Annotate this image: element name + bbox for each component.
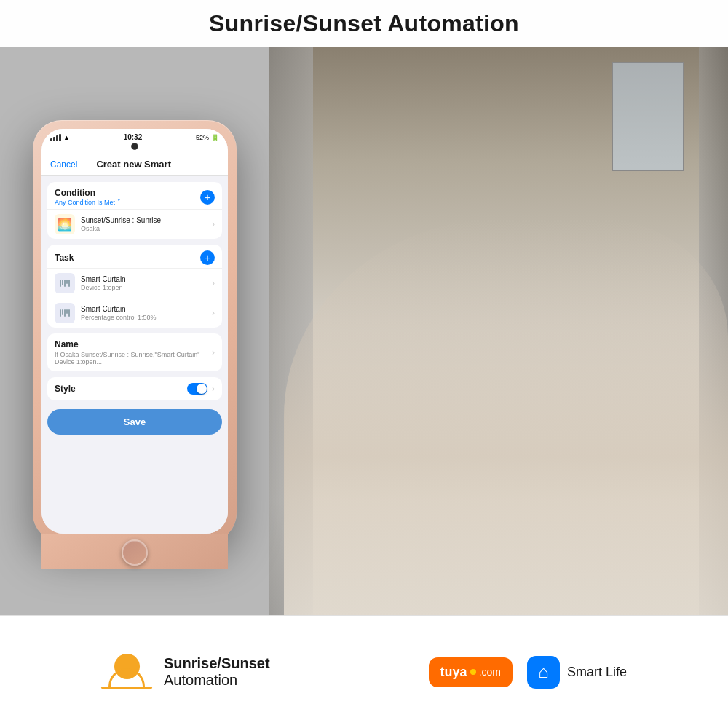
camera-area (41, 143, 228, 153)
page-title: Sunrise/Sunset Automation (15, 10, 713, 37)
right-panel (269, 47, 728, 615)
page-wrapper: Sunrise/Sunset Automation (0, 0, 728, 728)
condition-header: Condition Any Condition Is Met ˅ + (47, 182, 222, 209)
front-camera-icon (131, 143, 138, 150)
task-card: Task + (47, 245, 222, 328)
chevron-right-icon: › (212, 384, 215, 394)
bottom-left: Sunrise/Sunset Automation (101, 646, 270, 697)
brand-sub-text: Automation (164, 672, 270, 689)
condition-card: Condition Any Condition Is Met ˅ + 🌅 Sun… (47, 182, 222, 239)
add-condition-button[interactable]: + (200, 190, 215, 205)
task-2-main: Smart Curtain (81, 305, 206, 313)
chevron-right-icon: › (212, 308, 215, 318)
app-nav-bar: Cancel Creat new Smart (41, 153, 228, 176)
name-label: Name (55, 339, 200, 349)
sun-logo-icon (101, 646, 152, 697)
bottom-bar: Sunrise/Sunset Automation tuya .com ⌂ Sm… (0, 615, 728, 728)
task-item-2[interactable]: Smart Curtain Percentage control 1:50% › (47, 298, 222, 328)
main-content: ▲ 10:32 52% 🔋 Cancel (0, 47, 728, 615)
battery-icon: 🔋 (211, 134, 219, 141)
status-right: 52% 🔋 (196, 134, 219, 141)
curtain-icon-1 (55, 273, 75, 293)
style-section[interactable]: Style › (47, 377, 222, 400)
status-left: ▲ (50, 134, 70, 141)
status-bar: ▲ 10:32 52% 🔋 (41, 129, 228, 143)
wifi-icon: ▲ (63, 134, 70, 141)
signal-icon (50, 134, 61, 141)
tuya-logo: tuya .com (429, 657, 513, 687)
phone-home-area (41, 534, 228, 569)
curtain-icon-2 (55, 303, 75, 323)
phone-mockup: ▲ 10:32 52% 🔋 Cancel (33, 120, 237, 542)
app-content: Condition Any Condition Is Met ˅ + 🌅 Sun… (41, 176, 228, 534)
add-task-button[interactable]: + (200, 250, 215, 265)
phone-time: 10:32 (124, 133, 143, 141)
tuya-dot-icon (470, 669, 476, 675)
style-label: Style (55, 384, 76, 394)
phone-screen: ▲ 10:32 52% 🔋 Cancel (41, 129, 228, 534)
task-1-sub: Device 1:open (81, 284, 206, 291)
chevron-right-icon: › (212, 219, 215, 229)
task-2-sub: Percentage control 1:50% (81, 314, 206, 321)
style-toggle[interactable] (187, 383, 207, 395)
home-button[interactable] (122, 539, 148, 566)
condition-sub: Osaka (81, 225, 206, 232)
condition-item[interactable]: 🌅 Sunset/Sunrise : Sunrise Osaka › (47, 209, 222, 239)
condition-subtitle: Any Condition Is Met ˅ (55, 199, 121, 206)
left-panel: ▲ 10:32 52% 🔋 Cancel (0, 47, 269, 615)
bedroom-window (612, 62, 684, 171)
chevron-right-icon: › (212, 347, 215, 357)
condition-main: Sunset/Sunrise : Sunrise (81, 216, 206, 224)
task-item-1[interactable]: Smart Curtain Device 1:open › (47, 268, 222, 298)
nav-title: Creat new Smart (96, 159, 171, 170)
tuya-com-text: .com (479, 666, 501, 678)
condition-title: Condition (55, 188, 121, 198)
task-title: Task (55, 253, 74, 263)
battery-text: 52% (196, 134, 209, 141)
name-value: If Osaka Sunset/Sunrise : Sunrise,"Smart… (55, 351, 200, 365)
sunrise-icon: 🌅 (55, 214, 75, 234)
bedroom-person (284, 218, 728, 615)
chevron-right-icon: › (212, 278, 215, 288)
save-button[interactable]: Save (47, 409, 222, 435)
smart-life-icon: ⌂ (527, 656, 560, 689)
task-header: Task + (47, 245, 222, 268)
brand-main-text: Sunrise/Sunset (164, 655, 270, 672)
name-section[interactable]: Name If Osaka Sunset/Sunrise : Sunrise,"… (47, 333, 222, 371)
smart-life-text: Smart Life (567, 665, 627, 680)
smart-life-logo: ⌂ Smart Life (527, 656, 627, 689)
top-banner: Sunrise/Sunset Automation (0, 0, 728, 47)
task-1-main: Smart Curtain (81, 275, 206, 283)
bottom-right: tuya .com ⌂ Smart Life (429, 656, 627, 689)
tuya-text: tuya (440, 665, 467, 680)
cancel-button[interactable]: Cancel (50, 159, 77, 170)
